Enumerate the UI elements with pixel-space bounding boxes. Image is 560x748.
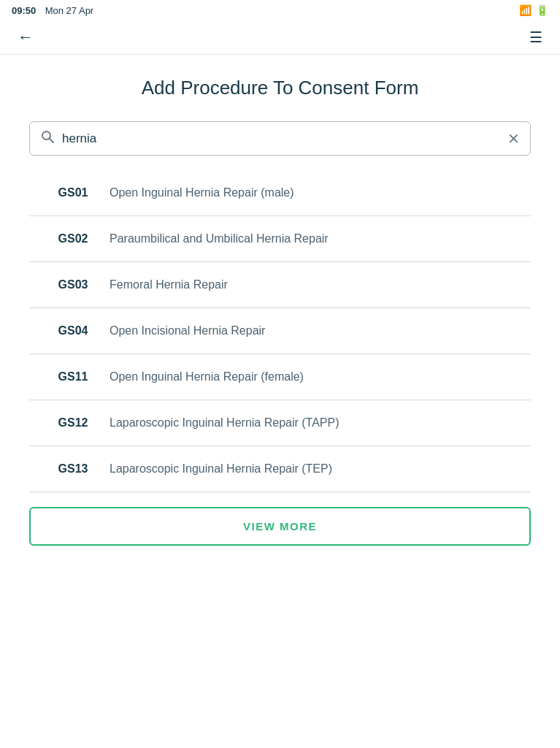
procedure-code: GS04	[37, 324, 110, 337]
main-content: Add Procedure To Consent Form ✕ GS01Open…	[0, 55, 560, 568]
procedure-item[interactable]: GS12Laparoscopic Inguinal Hernia Repair …	[29, 400, 531, 446]
back-button[interactable]: ←	[15, 26, 37, 48]
procedure-code: GS01	[37, 186, 110, 199]
procedure-name: Laparoscopic Inguinal Hernia Repair (TEP…	[110, 462, 332, 476]
procedure-item[interactable]: GS03Femoral Hernia Repair	[29, 262, 531, 308]
procedure-name: Open Incisional Hernia Repair	[110, 324, 265, 337]
status-bar: 09:50 Mon 27 Apr 📶 🔋	[0, 0, 560, 20]
procedure-item[interactable]: GS04Open Incisional Hernia Repair	[29, 308, 531, 354]
procedure-code: GS02	[37, 232, 110, 245]
procedure-name: Open Inguinal Hernia Repair (female)	[110, 370, 304, 383]
procedure-name: Femoral Hernia Repair	[110, 278, 228, 291]
view-more-container: VIEW MORE	[29, 507, 531, 546]
clear-search-button[interactable]: ✕	[507, 131, 520, 146]
procedure-code: GS03	[37, 278, 110, 291]
procedure-name: Laparoscopic Inguinal Hernia Repair (TAP…	[110, 416, 340, 430]
status-icons: 📶 🔋	[519, 4, 548, 16]
procedure-code: GS13	[37, 462, 110, 476]
view-more-button[interactable]: VIEW MORE	[29, 507, 531, 546]
menu-button[interactable]: ☰	[526, 27, 545, 47]
procedure-code: GS11	[37, 370, 110, 383]
search-icon	[40, 129, 55, 148]
procedure-code: GS12	[37, 416, 110, 430]
status-time: 09:50	[12, 5, 36, 16]
search-input[interactable]	[62, 131, 507, 146]
nav-bar: ← ☰	[0, 20, 560, 55]
procedure-name: Paraumbilical and Umbilical Hernia Repai…	[110, 232, 329, 245]
battery-icon: 🔋	[536, 4, 548, 16]
svg-line-1	[50, 139, 54, 143]
status-left: 09:50 Mon 27 Apr	[12, 4, 93, 17]
procedure-item[interactable]: GS02Paraumbilical and Umbilical Hernia R…	[29, 216, 531, 262]
procedure-list: GS01Open Inguinal Hernia Repair (male)GS…	[29, 170, 531, 492]
procedure-item[interactable]: GS11Open Inguinal Hernia Repair (female)	[29, 354, 531, 400]
procedure-name: Open Inguinal Hernia Repair (male)	[110, 186, 294, 199]
procedure-item[interactable]: GS13Laparoscopic Inguinal Hernia Repair …	[29, 446, 531, 492]
page-title: Add Procedure To Consent Form	[29, 77, 531, 99]
wifi-icon: 📶	[519, 4, 532, 16]
search-box: ✕	[29, 121, 531, 156]
procedure-item[interactable]: GS01Open Inguinal Hernia Repair (male)	[29, 170, 531, 216]
status-date: Mon 27 Apr	[45, 5, 94, 16]
